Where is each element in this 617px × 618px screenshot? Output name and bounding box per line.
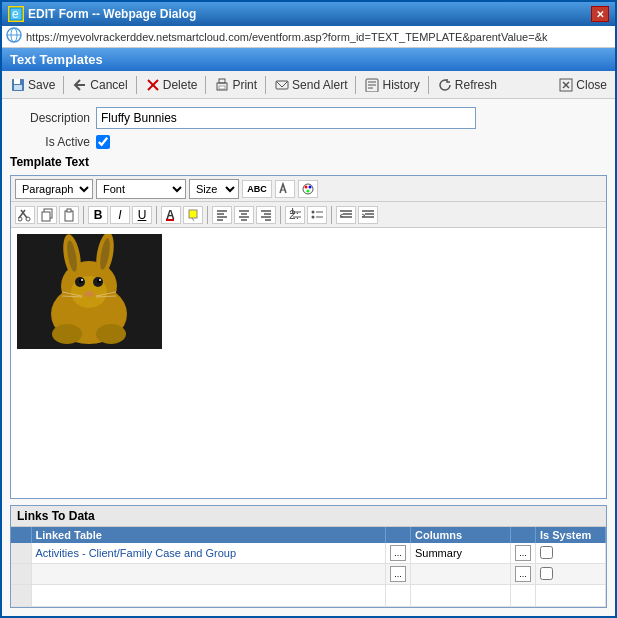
- svg-point-30: [26, 217, 30, 221]
- color-button[interactable]: [298, 180, 318, 198]
- separator: [428, 76, 429, 94]
- is-system-3: [536, 585, 606, 607]
- columns-action-3: [511, 585, 536, 607]
- is-system-2: [536, 564, 606, 585]
- underline-button[interactable]: U: [132, 206, 152, 224]
- table-row: [11, 585, 606, 607]
- font-select[interactable]: Font Arial Times New Roman: [96, 179, 186, 199]
- print-button[interactable]: Print: [210, 75, 261, 95]
- svg-rect-36: [166, 219, 174, 221]
- spellcheck-button[interactable]: ABC: [242, 180, 272, 198]
- col-columns: Columns: [411, 527, 511, 543]
- history-button[interactable]: History: [360, 75, 423, 95]
- toolbar-buttons: Save Cancel Delete Print: [2, 71, 615, 99]
- align-center-button[interactable]: [234, 206, 254, 224]
- outdent-button[interactable]: [336, 206, 356, 224]
- close-icon: [558, 77, 574, 93]
- separator: [136, 76, 137, 94]
- col-num: [11, 527, 31, 543]
- table-row: ... ...: [11, 564, 606, 585]
- editor-container: Paragraph Heading 1 Heading 2 Font Arial…: [10, 175, 607, 499]
- col-linked-table: Linked Table: [31, 527, 386, 543]
- separator: [265, 76, 266, 94]
- bold-button[interactable]: B: [88, 206, 108, 224]
- delete-icon: [145, 77, 161, 93]
- paste-button[interactable]: [59, 206, 79, 224]
- col-columns-action: [511, 527, 536, 543]
- is-system-1: [536, 543, 606, 564]
- cancel-icon: [72, 77, 88, 93]
- columns-action-1[interactable]: ...: [511, 543, 536, 564]
- svg-rect-34: [67, 209, 71, 212]
- send-alert-label: Send Alert: [292, 78, 347, 92]
- save-button[interactable]: Save: [6, 75, 59, 95]
- linked-table-btn-1[interactable]: ...: [390, 545, 406, 561]
- refresh-button[interactable]: Refresh: [433, 75, 501, 95]
- cancel-button[interactable]: Cancel: [68, 75, 131, 95]
- window-close-button[interactable]: ✕: [591, 6, 609, 22]
- svg-point-26: [307, 189, 310, 192]
- svg-point-77: [81, 279, 83, 281]
- columns-2: [411, 564, 511, 585]
- is-system-checkbox-2[interactable]: [540, 567, 553, 580]
- linked-table-action-1[interactable]: ...: [386, 543, 411, 564]
- ordered-list-button[interactable]: 1.2.: [285, 206, 305, 224]
- rabbit-image: [17, 234, 162, 349]
- main-window: e EDIT Form -- Webpage Dialog ✕ https://…: [0, 0, 617, 618]
- is-active-checkbox[interactable]: [96, 135, 110, 149]
- print-icon: [214, 77, 230, 93]
- close-button[interactable]: Close: [554, 75, 611, 95]
- template-text-label: Template Text: [10, 155, 607, 169]
- svg-point-78: [99, 279, 101, 281]
- align-left-button[interactable]: [212, 206, 232, 224]
- description-label: Description: [10, 111, 90, 125]
- linked-table-1: Activities - Client/Family Case and Grou…: [31, 543, 386, 564]
- svg-rect-37: [189, 210, 197, 218]
- links-section: Links To Data Linked Table Columns Is Sy…: [10, 505, 607, 608]
- linked-table-2: [31, 564, 386, 585]
- italic-button[interactable]: I: [110, 206, 130, 224]
- row-num-3: [11, 585, 31, 607]
- svg-point-79: [84, 291, 94, 297]
- svg-point-84: [52, 324, 82, 344]
- separator: [355, 76, 356, 94]
- linked-table-btn-2[interactable]: ...: [390, 566, 406, 582]
- cut-button[interactable]: [15, 206, 35, 224]
- indent-button[interactable]: [358, 206, 378, 224]
- address-text: https://myevolvrackerddev.netsmartcloud.…: [26, 31, 611, 43]
- columns-btn-1[interactable]: ...: [515, 545, 531, 561]
- col-is-system: Is System: [536, 527, 606, 543]
- copy-button[interactable]: [37, 206, 57, 224]
- svg-point-55: [312, 210, 315, 213]
- is-system-checkbox-1[interactable]: [540, 546, 553, 559]
- size-select[interactable]: Size 8 10 12: [189, 179, 239, 199]
- separator: [331, 206, 332, 224]
- editor-body[interactable]: [11, 228, 606, 498]
- text-color-button[interactable]: A: [161, 206, 181, 224]
- svg-rect-7: [14, 85, 22, 90]
- paragraph-select[interactable]: Paragraph Heading 1 Heading 2: [15, 179, 93, 199]
- svg-rect-13: [219, 86, 225, 89]
- unordered-list-button[interactable]: [307, 206, 327, 224]
- browser-icon: [6, 27, 22, 46]
- linked-table-3: [31, 585, 386, 607]
- columns-3: [411, 585, 511, 607]
- highlight-button[interactable]: [183, 206, 203, 224]
- toolbar-title: Text Templates: [10, 52, 103, 67]
- format-button[interactable]: [275, 180, 295, 198]
- delete-button[interactable]: Delete: [141, 75, 202, 95]
- align-right-button[interactable]: [256, 206, 276, 224]
- columns-1: Summary: [411, 543, 511, 564]
- separator: [63, 76, 64, 94]
- send-alert-button[interactable]: Send Alert: [270, 75, 351, 95]
- title-bar-left: e EDIT Form -- Webpage Dialog: [8, 6, 196, 22]
- columns-btn-2[interactable]: ...: [515, 566, 531, 582]
- description-input[interactable]: [96, 107, 476, 129]
- svg-rect-32: [42, 212, 50, 221]
- linked-table-action-2[interactable]: ...: [386, 564, 411, 585]
- linked-table-action-3: [386, 585, 411, 607]
- links-header: Links To Data: [11, 506, 606, 527]
- columns-action-2[interactable]: ...: [511, 564, 536, 585]
- svg-text:e: e: [12, 7, 19, 21]
- editor-toolbar-2: B I U A: [11, 202, 606, 228]
